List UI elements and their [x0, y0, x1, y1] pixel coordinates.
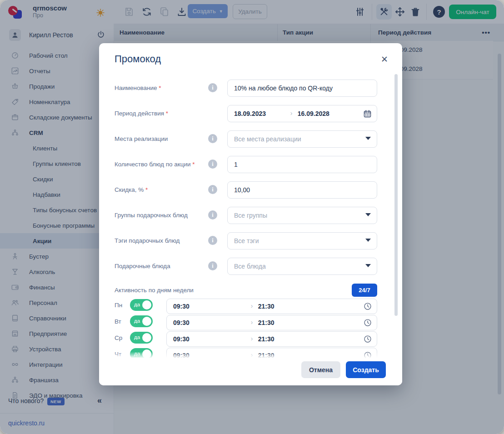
qty-input-field[interactable] — [228, 156, 377, 173]
clock-icon[interactable] — [363, 334, 372, 344]
time-from-value[interactable]: 09:30 — [173, 303, 190, 310]
info-icon[interactable]: i — [208, 83, 217, 92]
required-asterisk: * — [192, 161, 195, 168]
info-icon[interactable]: i — [208, 134, 217, 143]
field-label-discount: Скидка, % * — [115, 186, 148, 193]
gift-dishes-select[interactable]: Все блюда — [227, 258, 377, 275]
gift-groups-select[interactable]: Все группы — [227, 207, 377, 224]
info-icon[interactable]: i — [208, 185, 217, 194]
cancel-button[interactable]: Отмена — [301, 361, 340, 378]
discount-input — [227, 181, 377, 199]
dropdown-caret-icon — [365, 264, 371, 267]
required-asterisk: * — [166, 110, 168, 117]
range-chevron-icon: › — [251, 319, 253, 326]
places-select[interactable]: Все места реализации — [227, 130, 377, 148]
field-label-gift-tags: Тэги подарочных блюд — [115, 237, 180, 244]
gift-tags-placeholder: Все тэги — [234, 237, 259, 244]
range-chevron-icon: › — [251, 302, 253, 309]
day-toggle[interactable]: да — [130, 315, 153, 327]
dropdown-caret-icon — [365, 239, 371, 242]
promo-code-modal: Промокод ✕ Наименование * i Период дейст… — [99, 43, 402, 385]
time-to-value[interactable]: 21:30 — [258, 303, 274, 310]
time-range-input[interactable]: 09:30 › 21:30 — [166, 299, 377, 314]
submit-button-label: Создать — [353, 366, 379, 374]
activity-section-label: Активность по дням недели — [115, 287, 194, 294]
range-chevron-icon: › — [290, 110, 293, 117]
time-to-value[interactable]: 21:30 — [258, 335, 274, 343]
qty-input — [227, 156, 377, 173]
time-to-value[interactable]: 21:30 — [258, 319, 274, 326]
period-to-value[interactable]: 16.09.2028 — [298, 110, 329, 117]
cancel-button-label: Отмена — [309, 366, 333, 374]
period-from-value[interactable]: 18.09.2023 — [234, 110, 266, 117]
toggle-knob — [142, 317, 151, 326]
day-label: Вт — [115, 318, 121, 325]
calendar-icon[interactable] — [363, 109, 372, 119]
places-placeholder: Все места реализации — [234, 135, 301, 143]
field-label-name: Наименование * — [115, 85, 161, 91]
day-toggle[interactable]: да — [130, 299, 153, 311]
day-toggle[interactable]: да — [130, 332, 153, 344]
gift-dishes-placeholder: Все блюда — [234, 263, 266, 270]
toggle-knob — [142, 333, 151, 342]
app-window: qrmoscow Про Создать ▼ Удалить ? Онлайн-… — [0, 0, 504, 434]
toggle-label: да — [134, 318, 140, 324]
submit-create-button[interactable]: Создать — [346, 361, 386, 378]
badge-24-7[interactable]: 24/7 — [352, 284, 377, 297]
field-label-gift-groups: Группы подарочных блюд — [115, 212, 188, 219]
gift-tags-select[interactable]: Все тэги — [227, 232, 377, 249]
toggle-label: да — [134, 334, 140, 340]
period-range-input[interactable]: 18.09.2023 › 16.09.2028 — [227, 105, 377, 122]
dropdown-caret-icon — [365, 213, 371, 216]
field-label-qty: Количество блюд по акции * — [115, 161, 195, 168]
name-input — [227, 80, 377, 97]
name-input-field[interactable] — [228, 80, 377, 96]
info-icon[interactable]: i — [208, 160, 217, 169]
modal-scrollbar[interactable] — [394, 74, 398, 316]
clock-icon[interactable] — [363, 302, 372, 311]
day-label: Ср — [115, 334, 122, 341]
close-icon[interactable]: ✕ — [379, 54, 390, 66]
time-range-input[interactable]: 09:30 › 21:30 — [166, 315, 377, 330]
time-range-input[interactable]: 09:30 › 21:30 — [166, 331, 377, 347]
info-icon[interactable]: i — [208, 236, 217, 245]
info-icon[interactable]: i — [208, 261, 217, 270]
footer-fade — [99, 352, 402, 358]
day-label: Пн — [115, 302, 122, 309]
field-label-places: Места реализации — [115, 135, 168, 142]
required-asterisk: * — [159, 85, 161, 91]
discount-input-field[interactable] — [228, 182, 377, 198]
info-icon[interactable]: i — [208, 210, 217, 219]
clock-icon[interactable] — [363, 318, 372, 327]
toggle-knob — [142, 300, 151, 309]
field-label-period: Период действия * — [115, 110, 168, 117]
range-chevron-icon: › — [251, 335, 253, 342]
toggle-label: да — [134, 302, 140, 307]
modal-title: Промокод — [115, 53, 161, 65]
gift-groups-placeholder: Все группы — [234, 212, 267, 219]
required-asterisk: * — [145, 186, 148, 193]
time-from-value[interactable]: 09:30 — [173, 335, 190, 343]
time-from-value[interactable]: 09:30 — [173, 319, 190, 326]
field-label-gift-dishes: Подарочные блюда — [115, 263, 170, 269]
dropdown-caret-icon — [365, 137, 371, 140]
